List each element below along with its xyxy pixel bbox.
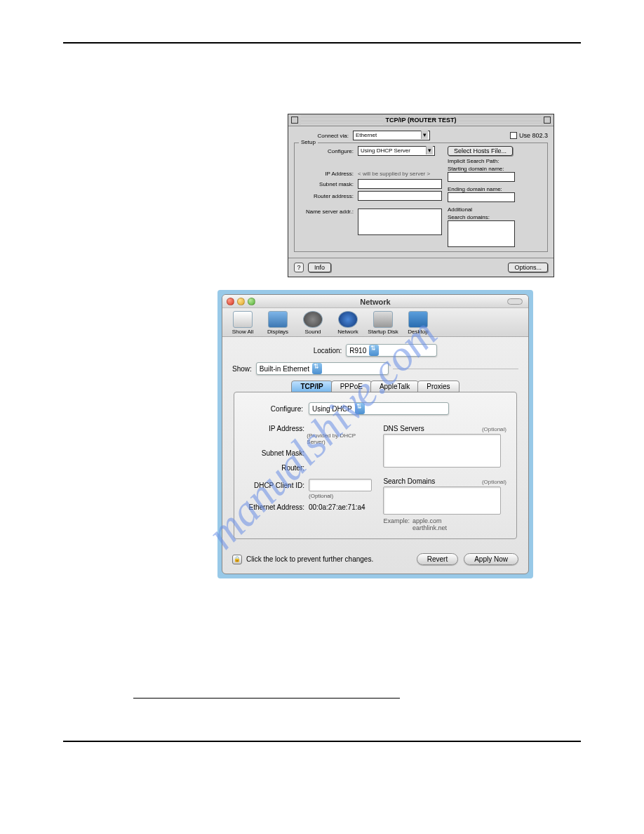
underline-rule: [133, 698, 400, 699]
use-8023-checkbox[interactable]: [510, 132, 517, 139]
nameserver-input[interactable]: [358, 208, 442, 235]
titlebar-stripes: [459, 116, 541, 124]
bottom-rule: [63, 741, 581, 742]
show-value: Built-in Ethernet: [260, 365, 309, 373]
startup-disk-icon: [373, 311, 393, 328]
configure-select[interactable]: Using DHCP Server: [358, 146, 435, 156]
search-domains-label: Search Domains: [383, 477, 435, 485]
search-domains-label: Search domains:: [448, 214, 543, 220]
nameserver-label: Name server addr.:: [299, 208, 358, 215]
example-1: apple.com: [412, 517, 447, 524]
toolbar-network[interactable]: Network: [332, 311, 364, 335]
implicit-search-label: Implicit Search Path:: [448, 158, 543, 164]
tab-tcpip[interactable]: TCP/IP: [291, 380, 332, 392]
configure-label: Configure:: [244, 405, 303, 413]
tcpip-panel: Configure: Using DHCP IP Address: (Provi…: [234, 392, 517, 539]
show-label: Show:: [232, 365, 252, 373]
close-icon[interactable]: [227, 298, 234, 305]
show-select[interactable]: Built-in Ethernet: [256, 362, 389, 375]
zoom-box-icon[interactable]: [544, 117, 551, 124]
os9-window-title: TCP/IP (ROUTER TEST): [386, 117, 457, 124]
toolbar-show-all[interactable]: Show All: [227, 311, 259, 335]
search-domains-input[interactable]: [448, 220, 515, 247]
tab-appletalk[interactable]: AppleTalk: [370, 380, 419, 392]
osx-window-title: Network: [360, 298, 390, 306]
info-button[interactable]: Info: [308, 263, 331, 272]
sound-icon: [303, 311, 323, 328]
ip-address-sub: (Provided by DHCP Server): [307, 432, 373, 445]
lock-icon[interactable]: [232, 555, 242, 564]
router-input[interactable]: [358, 191, 442, 201]
zoom-icon[interactable]: [248, 298, 255, 305]
os9-tcpip-window: TCP/IP (ROUTER TEST) Connect via: Ethern…: [288, 114, 554, 277]
osx-desktop-frame: Network Show All Displays Sound Network …: [217, 290, 533, 578]
configure-select[interactable]: Using DHCP: [309, 402, 449, 415]
prefs-toolbar: Show All Displays Sound Network Startup …: [222, 308, 528, 337]
search-optional-label: (Optional): [482, 479, 507, 485]
additional-label: Additional: [448, 206, 543, 213]
lock-text: Click the lock to prevent further change…: [246, 555, 373, 563]
connect-via-select[interactable]: Ethernet: [353, 131, 430, 140]
toolbar-toggle-icon[interactable]: [507, 298, 523, 305]
dns-servers-label: DNS Servers: [383, 425, 424, 432]
close-box-icon[interactable]: [291, 117, 298, 124]
ethernet-address-label: Ethernet Address:: [244, 503, 309, 511]
traffic-lights: [227, 298, 255, 305]
divider: [393, 369, 518, 369]
router-label: Router:: [244, 464, 309, 472]
os9-titlebar[interactable]: TCP/IP (ROUTER TEST): [288, 114, 554, 126]
subnet-label: Subnet Mask:: [244, 449, 309, 457]
toolbar-label: Desktop: [408, 329, 428, 335]
chevron-updown-icon: [355, 403, 365, 414]
configure-value: Using DHCP: [312, 405, 352, 413]
dhcp-client-input[interactable]: [309, 479, 372, 491]
ending-domain-label: Ending domain name:: [448, 186, 543, 192]
toolbar-startup-disk[interactable]: Startup Disk: [367, 311, 399, 335]
chevron-updown-icon: [312, 363, 322, 374]
toolbar-label: Displays: [267, 329, 288, 335]
router-label: Router address:: [299, 193, 358, 199]
network-icon: [338, 311, 358, 328]
top-rule: [63, 42, 581, 44]
search-domains-input[interactable]: [383, 486, 501, 515]
starting-domain-input[interactable]: [448, 172, 515, 182]
location-select[interactable]: R910: [346, 344, 437, 357]
apply-now-button[interactable]: Apply Now: [464, 553, 518, 565]
toolbar-sound[interactable]: Sound: [297, 311, 329, 335]
subnet-input[interactable]: [358, 179, 442, 189]
setup-legend: Setup: [299, 139, 318, 145]
toolbar-label: Sound: [304, 329, 321, 335]
configure-label: Configure:: [299, 148, 358, 154]
options-button[interactable]: Options...: [508, 263, 548, 272]
dhcp-client-label: DHCP Client ID:: [244, 482, 309, 489]
ethernet-address-value: 00:0a:27:ae:71:a4: [309, 503, 365, 511]
tab-proxies[interactable]: Proxies: [417, 380, 459, 392]
setup-group: Setup Configure: Using DHCP Server IP Ad…: [294, 143, 548, 252]
example-2: earthlink.net: [412, 524, 447, 531]
toolbar-desktop[interactable]: Desktop: [402, 311, 434, 335]
location-value: R910: [349, 347, 366, 355]
tab-pppoe[interactable]: PPPoE: [331, 380, 372, 392]
tab-bar: TCP/IP PPPoE AppleTalk Proxies: [234, 380, 517, 392]
dhcp-client-sub: (Optional): [309, 493, 333, 499]
starting-domain-label: Starting domain name:: [448, 166, 543, 172]
desktop-icon: [408, 311, 428, 328]
minimize-icon[interactable]: [237, 298, 245, 305]
osx-network-window: Network Show All Displays Sound Network …: [222, 294, 529, 574]
ip-address-value: < will be supplied by server >: [358, 171, 430, 177]
revert-button[interactable]: Revert: [417, 553, 458, 565]
show-all-icon: [233, 311, 253, 328]
toolbar-displays[interactable]: Displays: [262, 311, 294, 335]
ending-domain-input[interactable]: [448, 192, 515, 202]
ip-address-label: IP Address:: [299, 171, 358, 177]
dns-servers-input[interactable]: [383, 434, 501, 468]
use-8023-label: Use 802.3: [519, 132, 548, 139]
example-label: Example:: [383, 517, 410, 531]
help-icon[interactable]: ?: [294, 263, 304, 272]
toolbar-label: Startup Disk: [368, 329, 398, 335]
osx-titlebar[interactable]: Network: [222, 295, 528, 308]
displays-icon: [268, 311, 288, 328]
select-hosts-button[interactable]: Select Hosts File...: [448, 146, 513, 156]
titlebar-stripes: [301, 116, 383, 124]
toolbar-label: Show All: [232, 329, 254, 335]
